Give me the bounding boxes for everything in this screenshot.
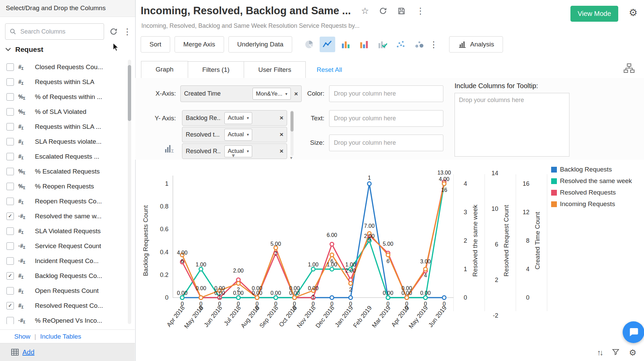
column-item[interactable]: ✓#ΣBacklog Requests Co... (0, 268, 124, 283)
column-checkbox[interactable] (6, 78, 14, 86)
y-axis-scrollbar[interactable] (290, 111, 294, 156)
column-item[interactable]: %Σ% of SLA Violated (0, 104, 124, 119)
bar-check-chart-type-icon[interactable] (375, 37, 390, 52)
column-checkbox[interactable] (6, 63, 14, 71)
column-item[interactable]: ✓#ΣResolved Request Co... (0, 298, 124, 313)
underlying-data-button[interactable]: Underlying Data (228, 36, 292, 53)
column-checkbox[interactable] (6, 242, 14, 250)
y-axis-scroll-down-icon[interactable]: ▾ (290, 155, 293, 160)
size-dropzone[interactable]: Drop your column here (329, 135, 443, 151)
column-label: Closed Requests Cou... (35, 63, 103, 71)
column-item[interactable]: ✓·#ΣResolved the same w... (0, 209, 124, 224)
refresh-columns-icon[interactable] (109, 27, 118, 36)
line-chart-type-icon[interactable] (320, 37, 335, 52)
x-axis-granularity-select[interactable]: Mon&Ye... ▾ (253, 88, 291, 100)
remove-y-column-button[interactable]: × (280, 114, 283, 122)
column-checkbox[interactable] (6, 317, 14, 324)
num-column-icon: #Σ (18, 288, 31, 294)
chart-types-kebab-icon[interactable]: ⋮ (429, 40, 438, 49)
column-checkbox[interactable] (6, 153, 14, 160)
svg-text:0.00: 0.00 (214, 285, 225, 291)
sidebar-scrollbar[interactable] (128, 60, 131, 324)
column-item[interactable]: %Σ% Reopen Requests (0, 179, 124, 194)
pie-chart-type-icon[interactable] (301, 37, 317, 52)
chevron-down-icon: ▾ (285, 92, 287, 96)
column-item[interactable]: #ΣRequests within SLA (0, 75, 124, 89)
chart-settings-gear-icon[interactable]: ⚙ (629, 348, 637, 358)
column-checkbox[interactable]: ✓ (6, 302, 14, 309)
aggregate-select[interactable]: Actual▾ (224, 112, 252, 124)
reset-all-link[interactable]: Reset All (317, 66, 342, 74)
column-item[interactable]: #ΣReopen Requests Co... (0, 194, 124, 209)
column-checkbox[interactable] (6, 198, 14, 205)
column-checkbox[interactable]: ✓ (6, 213, 14, 220)
favorite-star-icon[interactable]: ☆ (361, 6, 369, 15)
column-checkbox[interactable] (6, 287, 14, 295)
remove-y-column-button[interactable]: × (280, 131, 283, 138)
color-dropzone[interactable]: Drop your column here (329, 85, 443, 102)
merge-axis-button[interactable]: Merge Axis (175, 36, 224, 53)
search-columns-input[interactable] (20, 28, 100, 36)
y-axis-pill[interactable]: Resolved t...Actual▾× (182, 127, 287, 142)
column-item[interactable]: #ΣRequests within SLA ... (0, 119, 124, 134)
collapse-panel-handle[interactable]: ▼ (231, 153, 236, 158)
column-checkbox[interactable] (6, 257, 14, 265)
include-tables-link[interactable]: Include Tables (40, 333, 81, 340)
aggregate-select[interactable]: Actual▾ (224, 129, 252, 141)
tooltip-dropzone[interactable]: Drop your columns here (455, 93, 569, 157)
bar-chart-type-icon[interactable] (338, 37, 354, 52)
analysis-button[interactable]: Analysis (449, 36, 503, 53)
bubble-chart-type-icon[interactable] (411, 37, 427, 52)
scatter-chart-type-icon[interactable] (393, 37, 408, 52)
column-checkbox[interactable] (6, 123, 14, 131)
column-checkbox[interactable]: ✓ (6, 272, 14, 280)
aggregate-select[interactable]: Actual▾ (224, 145, 252, 157)
sidebar-kebab-icon[interactable]: ⋮ (123, 27, 132, 36)
text-dropzone[interactable]: Drop your column here (329, 110, 443, 127)
column-checkbox[interactable] (6, 227, 14, 235)
filter-funnel-icon[interactable] (612, 348, 620, 357)
column-checkbox[interactable] (6, 108, 14, 116)
sort-button[interactable]: Sort (141, 36, 170, 53)
column-item[interactable]: #ΣSLA Requests violate... (0, 134, 124, 149)
tab-graph[interactable]: Graph (141, 61, 188, 78)
tabs: Graph Filters (1) User Filters Reset All (141, 61, 640, 78)
scrollbar-thumb[interactable] (290, 111, 294, 132)
pct-column-icon: %Σ (18, 109, 31, 115)
column-item[interactable]: ·#ΣService Request Count (0, 239, 124, 254)
refresh-report-icon[interactable] (379, 7, 387, 15)
column-item[interactable]: %Σ% Escalated Requests (0, 164, 124, 179)
column-checkbox[interactable] (6, 168, 14, 175)
view-mode-button[interactable]: View Mode (570, 6, 618, 22)
column-checkbox[interactable] (6, 183, 14, 190)
remove-y-column-button[interactable]: × (280, 147, 283, 155)
column-item[interactable]: #ΣOpen Requests Count (0, 283, 124, 298)
layout-sitemap-icon[interactable] (623, 63, 635, 75)
y-axis-aggregate-icon[interactable]: Σ (164, 144, 175, 155)
column-item[interactable]: #ΣSLA Violated Requests (0, 224, 124, 239)
settings-gear-icon[interactable]: ⚙ (629, 7, 638, 18)
sort-order-icon[interactable]: ↑↓ (597, 348, 602, 357)
svg-text:0: 0 (312, 301, 315, 307)
y-axis-pill[interactable]: Backlog Re...Actual▾× (182, 110, 287, 126)
report-kebab-icon[interactable]: ⋮ (416, 6, 425, 15)
column-checkbox[interactable] (6, 138, 14, 145)
column-item[interactable]: #ΣEscalated Requests ... (0, 149, 124, 164)
tab-user-filters[interactable]: User Filters (244, 61, 306, 78)
chat-fab[interactable] (623, 321, 644, 343)
table-section-request[interactable]: Request (5, 45, 43, 54)
add-link[interactable]: Add (22, 348, 35, 356)
tab-filters[interactable]: Filters (1) (188, 61, 244, 78)
x-axis-pill[interactable]: Created Time Mon&Ye... ▾ × (180, 85, 302, 102)
column-item[interactable]: ·#ΣIncident Request Co... (0, 254, 124, 268)
show-link[interactable]: Show (14, 333, 31, 340)
scrollbar-thumb[interactable] (128, 65, 131, 121)
search-columns-box[interactable] (5, 23, 104, 40)
column-item[interactable]: ·#Σ% ReOpened Vs Inco... (0, 313, 124, 324)
column-item[interactable]: #ΣClosed Requests Cou... (0, 60, 124, 75)
column-item[interactable]: %Σ% of Requests within ... (0, 89, 124, 104)
svg-text:Backlog Requests: Backlog Requests (560, 166, 612, 173)
column-checkbox[interactable] (6, 93, 14, 101)
column-chart-type-icon[interactable] (356, 37, 372, 52)
save-icon[interactable] (397, 7, 406, 15)
